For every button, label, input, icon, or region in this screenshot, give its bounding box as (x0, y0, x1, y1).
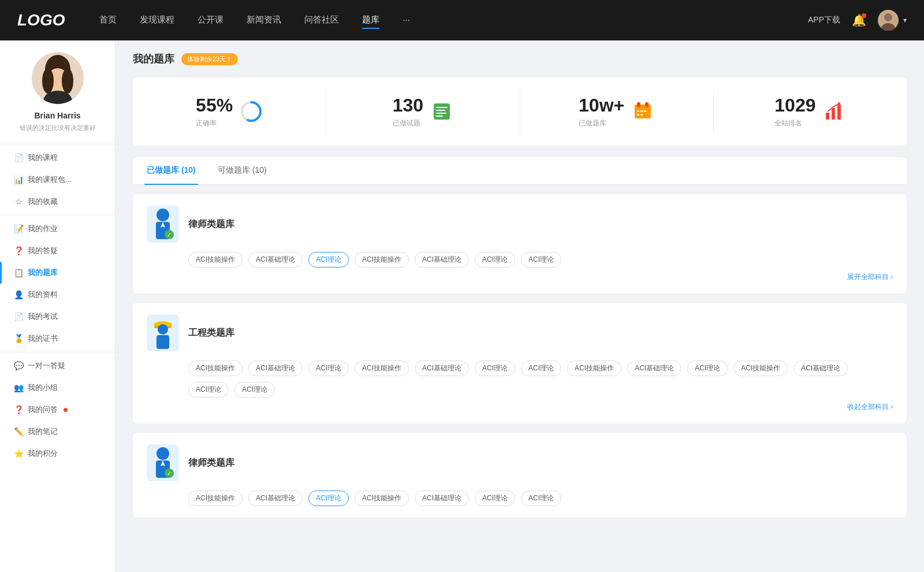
sidebar-item-answers[interactable]: ❓ 我的答疑 (0, 240, 115, 262)
tag-2-14[interactable]: ACI理论 (234, 382, 275, 398)
sidebar-label-course-pkg: 我的课程包... (28, 174, 72, 185)
tab-done[interactable]: 已做题库 (10) (144, 157, 198, 185)
bank-icon-lawyer-1: ✓ (147, 206, 179, 243)
svg-point-29 (838, 102, 840, 105)
sidebar-divider-1 (0, 215, 115, 216)
bank-card-header-1: ✓ 律师类题库 (147, 206, 893, 243)
sidebar-label-points: 我的积分 (28, 448, 58, 459)
sidebar-label-answers: 我的答疑 (28, 246, 58, 256)
expand-link-1[interactable]: 展开全部科目 › (147, 272, 893, 282)
svg-point-1 (884, 13, 892, 21)
tag-3-2[interactable]: ACI基础理论 (248, 491, 303, 506)
svg-rect-21 (637, 110, 639, 112)
tag-3-5[interactable]: ACI基础理论 (415, 491, 469, 506)
tag-2-13[interactable]: ACI理论 (188, 382, 229, 398)
sidebar-item-points[interactable]: ⭐ 我的积分 (0, 443, 115, 465)
stat-rank-icon (822, 100, 845, 123)
tag-2-10[interactable]: ACI理论 (687, 361, 728, 376)
svg-point-9 (45, 91, 70, 103)
svg-rect-25 (640, 114, 643, 116)
course-pkg-icon: 📊 (14, 175, 23, 184)
tag-1-7[interactable]: ACI理论 (521, 252, 561, 268)
svg-point-12 (247, 107, 256, 116)
notes-icon: ✏️ (14, 427, 23, 436)
tag-2-1[interactable]: ACI技能操作 (188, 361, 243, 376)
user-avatar-area[interactable]: ▾ (878, 10, 907, 31)
tag-3-1[interactable]: ACI技能操作 (188, 491, 243, 506)
tag-1-1[interactable]: ACI技能操作 (188, 252, 243, 268)
sidebar-item-group[interactable]: 👥 我的小组 (0, 377, 115, 399)
tag-1-2[interactable]: ACI基础理论 (248, 252, 303, 268)
nav-more[interactable]: ··· (403, 12, 410, 29)
sidebar-label-notes: 我的笔记 (28, 426, 58, 437)
tag-2-7[interactable]: ACI理论 (521, 361, 561, 376)
nav-bank[interactable]: 题库 (362, 12, 379, 29)
sidebar-label-favorites: 我的收藏 (28, 196, 58, 207)
bank-card-lawyer-1: ✓ 律师类题库 ACI技能操作 ACI基础理论 ACI理论 ACI技能操作 AC… (133, 194, 907, 294)
sidebar-item-course-pkg[interactable]: 📊 我的课程包... (0, 169, 115, 191)
page-title: 我的题库 (133, 52, 174, 66)
tag-2-8[interactable]: ACI技能操作 (567, 361, 621, 376)
sidebar-item-myqa[interactable]: ❓ 我的问答 (0, 399, 115, 421)
tag-1-5[interactable]: ACI基础理论 (415, 252, 469, 268)
nav-qa[interactable]: 问答社区 (304, 12, 339, 29)
tag-1-4[interactable]: ACI技能操作 (355, 252, 409, 268)
tag-2-12[interactable]: ACI基础理论 (793, 361, 848, 376)
tag-2-6[interactable]: ACI理论 (475, 361, 515, 376)
sidebar-item-profile[interactable]: 👤 我的资料 (0, 284, 115, 306)
sidebar-label-exam: 我的考试 (28, 311, 58, 322)
cert-icon: 🏅 (14, 334, 23, 343)
app-download-btn[interactable]: APP下载 (808, 15, 840, 25)
header-right: APP下载 🔔 ▾ (808, 10, 907, 31)
tag-2-3[interactable]: ACI理论 (308, 361, 349, 376)
bank-icon-lawyer-2: ✓ (147, 444, 179, 481)
chevron-down-icon: ▾ (903, 16, 907, 24)
tab-todo[interactable]: 可做题库 (10) (215, 157, 269, 185)
sidebar-item-favorites[interactable]: ☆ 我的收藏 (0, 191, 115, 213)
svg-rect-22 (640, 110, 643, 112)
svg-point-30 (157, 209, 169, 221)
sidebar-item-1on1[interactable]: 💬 一对一答疑 (0, 355, 115, 377)
tag-2-5[interactable]: ACI基础理论 (415, 361, 469, 376)
svg-rect-28 (837, 105, 841, 120)
bank-name-1: 律师类题库 (188, 218, 234, 231)
sidebar-item-bank[interactable]: 📋 我的题库 (0, 262, 115, 284)
subject-tags-2: ACI技能操作 ACI基础理论 ACI理论 ACI技能操作 ACI基础理论 AC… (147, 361, 893, 398)
sidebar-item-cert[interactable]: 🏅 我的证书 (0, 328, 115, 350)
nav-courses[interactable]: 发现课程 (140, 12, 174, 29)
svg-rect-20 (645, 102, 649, 107)
stat-rank-value: 1029 (774, 95, 815, 116)
header: LOGO 首页 发现课程 公开课 新闻资讯 问答社区 题库 ··· APP下载 … (0, 0, 924, 40)
svg-rect-13 (434, 103, 450, 120)
tag-3-7[interactable]: ACI理论 (521, 491, 561, 506)
svg-rect-24 (637, 114, 639, 116)
tag-3-3[interactable]: ACI理论 (308, 491, 349, 506)
sidebar-item-notes[interactable]: ✏️ 我的笔记 (0, 421, 115, 443)
tag-2-4[interactable]: ACI技能操作 (355, 361, 409, 376)
nav-home[interactable]: 首页 (99, 12, 117, 29)
sidebar-label-group: 我的小组 (28, 382, 58, 393)
tag-2-9[interactable]: ACI基础理论 (627, 361, 681, 376)
tag-3-4[interactable]: ACI技能操作 (355, 491, 409, 506)
tag-2-11[interactable]: ACI技能操作 (733, 361, 788, 376)
bank-icon: 📋 (14, 268, 23, 277)
stat-accuracy: 55% 正确率 (133, 89, 326, 134)
sidebar-label-course: 我的课程 (28, 153, 58, 163)
svg-point-40 (157, 447, 169, 460)
sidebar-item-exam[interactable]: 📄 我的考试 (0, 306, 115, 328)
nav-open[interactable]: 公开课 (198, 12, 223, 29)
tag-3-6[interactable]: ACI理论 (475, 491, 515, 506)
tag-1-6[interactable]: ACI理论 (475, 252, 515, 268)
nav-news[interactable]: 新闻资讯 (247, 12, 281, 29)
sidebar-item-homework[interactable]: 📝 我的作业 (0, 218, 115, 240)
stat-banks-label: 已做题库 (579, 118, 624, 128)
notification-bell[interactable]: 🔔 (852, 13, 866, 27)
stat-banks-icon (631, 100, 654, 123)
stat-accuracy-icon (240, 100, 263, 123)
stat-accuracy-value: 55% (196, 95, 233, 116)
logo: LOGO (17, 11, 65, 29)
tag-1-3[interactable]: ACI理论 (308, 252, 349, 268)
sidebar-item-course[interactable]: 📄 我的课程 (0, 147, 115, 169)
expand-link-2[interactable]: 收起全部科目 › (147, 402, 893, 412)
tag-2-2[interactable]: ACI基础理论 (248, 361, 303, 376)
